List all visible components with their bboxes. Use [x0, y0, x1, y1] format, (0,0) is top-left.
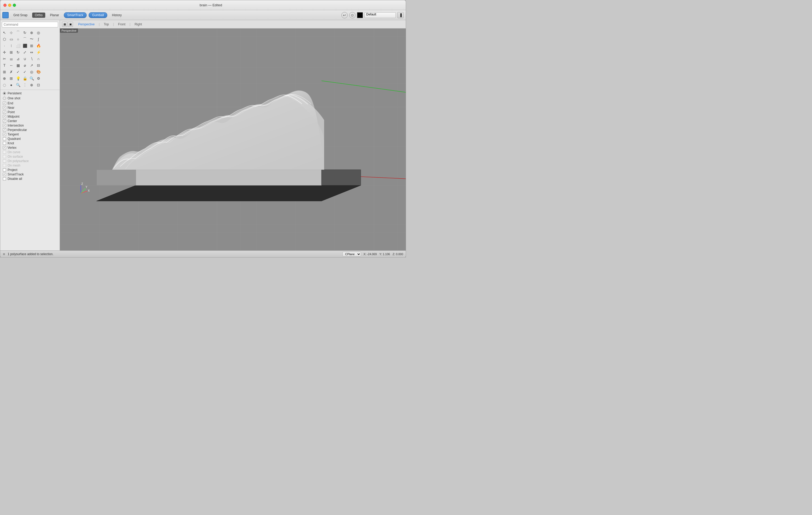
point-select-tool[interactable]: ⊹	[8, 30, 14, 36]
rectangle-tool[interactable]: ▭	[8, 36, 14, 42]
magnify-tool[interactable]: ⊕	[1, 75, 7, 82]
snap-oneshot-radio[interactable]	[3, 97, 6, 100]
snap-midpoint-check[interactable]	[3, 115, 6, 118]
viewport-layout-2[interactable]: ▣	[68, 22, 73, 27]
leader-tool[interactable]: ↗	[29, 62, 35, 68]
rotate-tool[interactable]: ↻	[15, 49, 21, 55]
snap-x-tool[interactable]: ✗	[8, 69, 14, 75]
zoom-tool[interactable]: 🔍	[15, 82, 21, 88]
point-tool[interactable]: ·	[1, 42, 7, 49]
mesh-tool[interactable]: ⊞	[29, 42, 35, 49]
snap-project-check[interactable]	[3, 169, 6, 172]
lock-tool[interactable]: 🔒	[22, 75, 28, 82]
snap-near-check[interactable]	[3, 106, 6, 109]
status-icon: ≡	[3, 252, 5, 256]
tab-perspective[interactable]: Perspective	[76, 22, 97, 27]
snap-perpendicular-check[interactable]	[3, 128, 6, 131]
snap-point-check[interactable]	[3, 111, 6, 114]
maximize-button[interactable]	[13, 4, 16, 7]
history-button[interactable]: History	[109, 12, 124, 18]
gumball-tool[interactable]: ⊕	[29, 82, 35, 88]
snap-onmesh-check[interactable]	[3, 164, 6, 167]
array-tool[interactable]: ⚡	[35, 49, 41, 55]
tab-front[interactable]: Front	[115, 22, 128, 27]
check-tool[interactable]: ✓	[15, 69, 21, 75]
snap-oncurve-check[interactable]	[3, 151, 6, 154]
polyline-tool[interactable]: ⬡	[1, 36, 7, 42]
material-selector[interactable]: Default	[365, 12, 396, 18]
settings-tool[interactable]: ⚙	[35, 75, 41, 82]
viewport-3d[interactable]: Z X Y Perspective	[60, 29, 406, 250]
planar-button[interactable]: Planar	[47, 12, 62, 18]
paint-select-tool[interactable]: ◎	[35, 30, 41, 36]
snap-disableall-check[interactable]	[3, 177, 6, 180]
hatch-tool[interactable]: ▦	[15, 62, 21, 68]
select-tool[interactable]: ↖	[1, 30, 7, 36]
points-cloud-tool[interactable]: ⁚	[22, 82, 28, 88]
snap-smarttrack-check[interactable]	[3, 173, 6, 176]
text-tool[interactable]: T	[1, 62, 7, 68]
snap-end-check[interactable]	[3, 102, 6, 105]
scale-tool[interactable]: ⤢	[22, 49, 28, 55]
snap-onpolysurface-check[interactable]	[3, 159, 6, 162]
snap-quadrant-check[interactable]	[3, 137, 6, 141]
curve-tool[interactable]: 〜	[29, 36, 35, 42]
search-circle-tool[interactable]: ◎	[29, 69, 35, 75]
split-tool[interactable]: ⚌	[8, 56, 14, 62]
trim-tool[interactable]: ✂	[1, 56, 7, 62]
move-tool[interactable]: ✛	[1, 49, 7, 55]
tab-top[interactable]: Top	[101, 22, 111, 27]
minimize-button[interactable]	[8, 4, 11, 7]
tab-right[interactable]: Right	[132, 22, 144, 27]
freehand-tool[interactable]: ∫	[35, 36, 41, 42]
dim-tool[interactable]: ↔	[8, 62, 14, 68]
snap-persistent-radio[interactable]	[3, 92, 6, 95]
marquee-select-tool[interactable]: ⊕	[29, 30, 35, 36]
join-tool[interactable]: ⊿	[15, 56, 21, 62]
wire-sphere-tool[interactable]: ◌	[1, 82, 7, 88]
rotate-select-tool[interactable]: ↻	[22, 30, 28, 36]
circle-tool[interactable]: ○	[15, 36, 21, 42]
color-wheel-tool[interactable]: 🎨	[35, 69, 41, 75]
snap-vertex-check[interactable]	[3, 146, 6, 149]
grid-snap-button[interactable]: Grid Snap	[11, 12, 30, 18]
boolean-int-tool[interactable]: ∩	[35, 56, 41, 62]
snap-center-check[interactable]	[3, 119, 6, 123]
magnify-plus-tool[interactable]: ⊞	[8, 75, 14, 82]
section-tool[interactable]: ⊟	[35, 62, 41, 68]
close-button[interactable]	[3, 4, 6, 7]
sidebar-toggle[interactable]: ▐	[397, 12, 404, 18]
grid-tool[interactable]: ⊞	[1, 69, 7, 75]
target-button[interactable]: ⊙	[349, 12, 355, 18]
viewport-layout-1[interactable]: ▦	[62, 22, 67, 27]
color-swatch[interactable]	[357, 12, 363, 18]
snap-tangent-check[interactable]	[3, 133, 6, 136]
solid-tool[interactable]: ⬛	[22, 42, 28, 49]
smart-track-button[interactable]: SmartTrack	[64, 12, 87, 18]
extra-tool[interactable]: ⊡	[35, 82, 41, 88]
dim2-tool[interactable]: ⌀	[22, 62, 28, 68]
pipe-tool[interactable]: 🔥	[35, 42, 41, 49]
snap-intersection-check[interactable]	[3, 124, 6, 127]
command-input[interactable]	[2, 22, 58, 27]
mirror-tool[interactable]: ⇔	[29, 49, 35, 55]
curve-select-tool[interactable]: ⌒	[15, 30, 21, 36]
cplane-selector[interactable]: CPlane	[342, 252, 361, 256]
check-circle-tool[interactable]: ✓	[22, 69, 28, 75]
snap-knot-check[interactable]	[3, 142, 6, 145]
gumball-button[interactable]: Gumball	[89, 12, 107, 18]
boolean-union-tool[interactable]: ∪	[22, 56, 28, 62]
arc-tool[interactable]: ⌒	[22, 36, 28, 42]
coord-z: Z: 0.000	[393, 252, 403, 256]
boolean-diff-tool[interactable]: ∖	[29, 56, 35, 62]
copy-tool[interactable]: ⊞	[8, 49, 14, 55]
search-obj-tool[interactable]: 🔍	[29, 75, 35, 82]
snap-onsurface-check[interactable]	[3, 155, 6, 158]
solid-sphere-tool[interactable]: ●	[8, 82, 14, 88]
bulb-tool[interactable]: 💡	[15, 75, 21, 82]
icon-row-9: ◌ ● 🔍 ⁚ ⊕ ⊡	[1, 82, 59, 88]
ortho-button[interactable]: Ortho	[32, 12, 45, 18]
surface-tool[interactable]: ⬜	[15, 42, 21, 49]
undo-button[interactable]: ↩	[341, 12, 348, 18]
points-tool[interactable]: ⁝	[8, 42, 14, 49]
